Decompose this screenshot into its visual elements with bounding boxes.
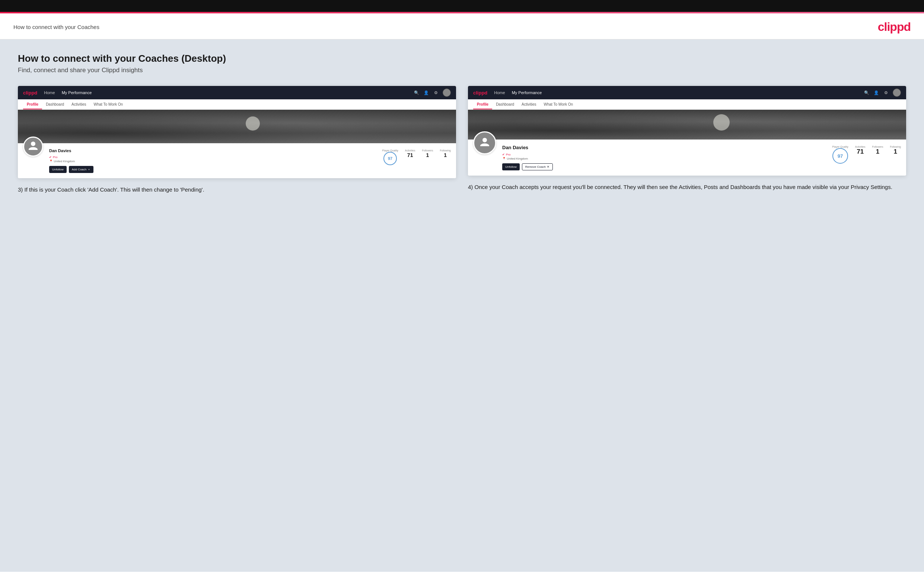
top-bar (0, 0, 924, 12)
tab-dashboard-right[interactable]: Dashboard (492, 99, 518, 110)
screenshots-row: clippd Home My Performance 🔍 👤 ⚙ Profile… (18, 86, 906, 194)
main-content: How to connect with your Coaches (Deskto… (0, 39, 924, 572)
tab-whattowrok-left[interactable]: What To Work On (90, 99, 127, 110)
footer: Copyright Clippd 2022 (0, 572, 924, 577)
screenshot-col-right: clippd Home My Performance 🔍 👤 ⚙ Profile… (468, 86, 906, 194)
banner-overlay-right (468, 110, 906, 140)
tab-profile-right[interactable]: Profile (473, 99, 492, 110)
svg-point-1 (483, 138, 487, 142)
caption-right: 4) Once your Coach accepts your request … (468, 183, 906, 192)
search-icon-right[interactable]: 🔍 (864, 90, 870, 96)
screenshot-frame-right: clippd Home My Performance 🔍 👤 ⚙ Profile… (468, 86, 906, 176)
stat-following-right: Following 1 (890, 145, 901, 164)
add-coach-button-left[interactable]: Add Coach ＋ (69, 166, 94, 173)
user-icon-left[interactable]: 👤 (423, 90, 429, 96)
quality-circle-right: 97 (832, 148, 848, 164)
stat-following-left: Following 1 (439, 149, 451, 165)
banner-overlay-left (18, 110, 456, 143)
app-nav-logo-right: clippd (473, 90, 487, 96)
profile-banner-left (18, 110, 456, 143)
svg-point-0 (31, 142, 36, 146)
avatar-right (473, 131, 496, 155)
profile-section-left: Dan Davies ✔ Pro 📍 United Kingdom Unfoll… (18, 143, 456, 178)
stats-section-right: Player Quality 97 Activities 71 Follower… (832, 143, 901, 164)
x-icon-right: ✕ (547, 165, 549, 169)
logo: clippd (878, 20, 911, 34)
nav-link-home-left[interactable]: Home (44, 90, 55, 95)
unfollow-button-left[interactable]: Unfollow (49, 166, 67, 173)
caption-left: 3) If this is your Coach click 'Add Coac… (18, 185, 456, 194)
stat-followers-right: Followers 1 (872, 145, 883, 164)
avatar-left (23, 137, 43, 156)
unfollow-button-right[interactable]: Unfollow (502, 163, 520, 170)
tab-activities-right[interactable]: Activities (518, 99, 540, 110)
tab-dashboard-left[interactable]: Dashboard (42, 99, 68, 110)
avatar-figure-left (26, 140, 40, 153)
settings-icon-left[interactable]: ⚙ (433, 90, 439, 96)
stat-activities-left: Activities 71 (405, 149, 415, 165)
app-nav-left: clippd Home My Performance 🔍 👤 ⚙ (18, 86, 456, 99)
app-nav-logo-left: clippd (23, 90, 37, 96)
app-nav-icons-right: 🔍 👤 ⚙ (864, 89, 901, 97)
remove-coach-button-right[interactable]: Remove Coach ✕ (522, 163, 553, 170)
app-nav-icons-left: 🔍 👤 ⚙ (414, 89, 451, 97)
app-tabs-left: Profile Dashboard Activities What To Wor… (18, 99, 456, 110)
header: How to connect with your Coaches clippd (0, 13, 924, 39)
banner-circle-right (713, 114, 730, 131)
profile-buttons-right: Unfollow Remove Coach ✕ (502, 163, 826, 170)
profile-info-right: Dan Davies ✔ Pro 📍 United Kingdom Unfoll… (502, 143, 826, 170)
quality-circle-left: 97 (383, 152, 397, 165)
tab-activities-left[interactable]: Activities (68, 99, 90, 110)
profile-location-left: 📍 United Kingdom (49, 160, 376, 163)
nav-link-performance-right[interactable]: My Performance (512, 90, 542, 95)
profile-name-right: Dan Davies (502, 145, 826, 150)
stat-quality-left: Player Quality 97 (382, 149, 398, 165)
profile-name-left: Dan Davies (49, 148, 376, 153)
profile-banner-right (468, 110, 906, 140)
nav-link-home-right[interactable]: Home (494, 90, 505, 95)
search-icon-left[interactable]: 🔍 (414, 90, 420, 96)
verified-icon-right: ✔ (502, 153, 505, 156)
profile-location-right: 📍 United Kingdom (502, 157, 826, 160)
settings-icon-right[interactable]: ⚙ (883, 90, 889, 96)
stats-section-left: Player Quality 97 Activities 71 Follower… (382, 147, 451, 165)
avatar-icon-right[interactable] (893, 89, 901, 97)
profile-section-right: Dan Davies ✔ Pro 📍 United Kingdom Unfoll… (468, 140, 906, 176)
screenshot-col-left: clippd Home My Performance 🔍 👤 ⚙ Profile… (18, 86, 456, 194)
banner-circle-left (246, 116, 260, 131)
page-heading: How to connect with your Coaches (Deskto… (18, 53, 906, 64)
profile-badge-right: ✔ Pro (502, 153, 510, 156)
profile-badge-left: ✔ Pro (49, 155, 57, 159)
verified-icon-left: ✔ (49, 155, 52, 159)
stat-activities-right: Activities 71 (855, 145, 866, 164)
page-subheading: Find, connect and share your Clippd insi… (18, 66, 906, 74)
stat-followers-left: Followers 1 (422, 149, 433, 165)
profile-buttons-left: Unfollow Add Coach ＋ (49, 166, 376, 173)
app-tabs-right: Profile Dashboard Activities What To Wor… (468, 99, 906, 110)
tab-whattowrok-right[interactable]: What To Work On (540, 99, 577, 110)
screenshot-frame-left: clippd Home My Performance 🔍 👤 ⚙ Profile… (18, 86, 456, 178)
stat-quality-right: Player Quality 97 (832, 145, 848, 164)
tab-profile-left[interactable]: Profile (23, 99, 42, 110)
avatar-figure-right (478, 136, 491, 150)
header-title: How to connect with your Coaches (13, 24, 99, 30)
user-icon-right[interactable]: 👤 (873, 90, 879, 96)
profile-info-left: Dan Davies ✔ Pro 📍 United Kingdom Unfoll… (49, 147, 376, 173)
nav-link-performance-left[interactable]: My Performance (62, 90, 92, 95)
avatar-icon-left[interactable] (443, 89, 451, 97)
app-nav-right: clippd Home My Performance 🔍 👤 ⚙ (468, 86, 906, 99)
plus-icon-left: ＋ (87, 168, 90, 171)
